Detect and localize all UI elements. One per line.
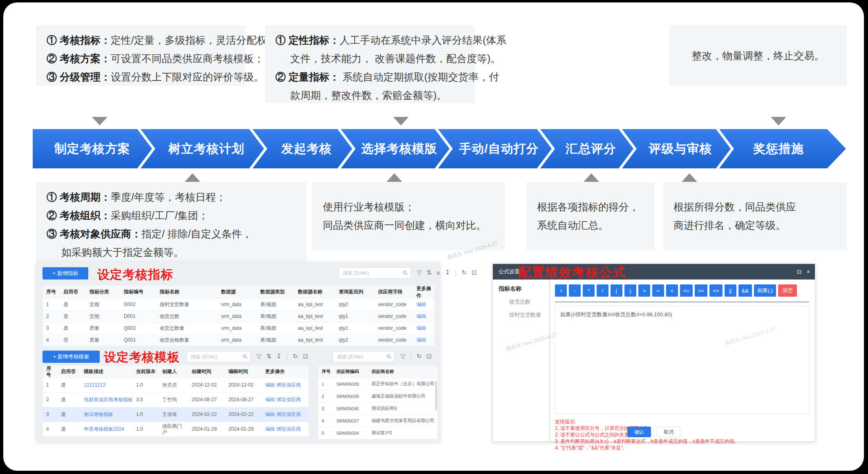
search-input[interactable]: [333, 351, 395, 362]
table-row: 2是交期D001收货总数srm_data表/视图aa_kpi_testqty1v…: [43, 311, 434, 322]
clear-button[interactable]: 清空: [778, 284, 797, 297]
refresh-icon[interactable]: ↻: [461, 269, 467, 276]
table-link[interactable]: 年度考核模板2024: [81, 422, 133, 436]
flow-step-label: 奖惩措施: [753, 141, 812, 157]
table-row: 1是交期D002按时交货数量srm_data表/视图aa_kpi_testqty…: [43, 299, 434, 311]
fullscreen-icon[interactable]: ⊡: [797, 268, 802, 275]
table-cell: qty2: [336, 334, 375, 346]
indicator-screenshot-panel: + 新增指标 设定考核指标 ▽⇅≡↧|↻⊡ 序号启用否指标分类指标编号指标名称数…: [36, 262, 441, 442]
scrollbar[interactable]: [435, 381, 437, 410]
fullscreen-icon[interactable]: ⊡: [472, 269, 477, 276]
table-cell: Q001: [121, 334, 157, 346]
hint-line: 友情提示:: [555, 418, 808, 425]
table-cell: 否: [60, 334, 86, 346]
column-header: 创建人: [159, 366, 188, 378]
formula-input[interactable]: 如果(#按时交货数量#/#收货总数#>0.96,100,80): [555, 306, 809, 414]
divider: |: [410, 353, 412, 360]
divider: |: [455, 269, 456, 276]
operator-button[interactable]: *: [583, 284, 595, 297]
table-cell: 1.0: [133, 378, 159, 392]
table-row: 3是质量Q002收货总数量srm_data表/视图aa_kpi_testqty1…: [43, 322, 434, 334]
table-link[interactable]: 包材类供应商考核模板: [81, 393, 133, 407]
table-link[interactable]: 测试考核模板: [81, 407, 133, 422]
search-input[interactable]: [338, 267, 411, 279]
cancel-button[interactable]: 取消: [657, 427, 680, 437]
section-title-templates: 设定考核模板: [104, 349, 180, 366]
table-link[interactable]: 编辑: [413, 334, 434, 346]
table-link[interactable]: 编辑 绑定供应商: [262, 422, 309, 436]
add-indicator-button[interactable]: + 新增指标: [43, 267, 88, 279]
operator-button[interactable]: -: [569, 284, 581, 297]
refresh-icon[interactable]: ↻: [416, 353, 422, 360]
table-link[interactable]: 编辑 绑定供应商: [262, 378, 309, 392]
table-link[interactable]: 编辑: [413, 299, 434, 310]
operator-button[interactable]: +: [555, 284, 567, 297]
info-label: ② 考核方案：: [47, 53, 111, 64]
sort-icon[interactable]: ⇅: [427, 269, 432, 276]
hint-block: 友情提示:1. 请不要使用百分号，计算百分比请用小数。2. 请不要让公式与公式之…: [555, 418, 808, 451]
operator-button[interactable]: (: [611, 284, 622, 297]
operator-button[interactable]: &&: [738, 284, 752, 297]
operator-button[interactable]: ): [624, 284, 636, 297]
filter-icon[interactable]: ▽: [417, 269, 422, 276]
confirm-button[interactable]: 确认: [627, 427, 651, 437]
table-link[interactable]: 编辑 绑定供应商: [262, 407, 309, 422]
table-link[interactable]: 12121212: [81, 378, 133, 392]
table-cell: 是: [58, 407, 81, 422]
search-input[interactable]: [186, 351, 251, 362]
filter-icon[interactable]: ▽: [400, 353, 405, 360]
hint-line: 1. 请不要使用百分号，计算百分比请用小数。: [555, 425, 808, 432]
table-cell: 2024-08-27: [225, 393, 262, 407]
info-box-penalty: 整改，物量调整，终止交易。: [669, 25, 847, 86]
column-header: 更多操作: [413, 286, 434, 298]
table-cell: 3.0: [133, 393, 159, 407]
table-cell: srm_data: [218, 334, 257, 346]
operator-button[interactable]: <=: [680, 284, 693, 297]
table-link[interactable]: 编辑: [413, 322, 434, 334]
info-label: ③ 分级管理：: [47, 71, 111, 83]
flow-step: 汇总评分: [540, 129, 633, 168]
operator-button[interactable]: >: [638, 284, 650, 297]
column-header: 指标编号: [121, 286, 157, 298]
info-text: 季度/年度等，考核日程；: [111, 191, 226, 203]
operator-button[interactable]: /: [597, 284, 608, 297]
column-header: 编辑时间: [225, 366, 262, 378]
operator-button[interactable]: >=: [695, 284, 707, 297]
list-icon[interactable]: ≡: [436, 269, 440, 276]
info-text: 款周期，整改件数，索赔金额等)。: [290, 89, 447, 101]
info-text: 如采购额大于指定金额等。: [61, 246, 184, 258]
search-icon: [403, 271, 407, 274]
info-box-template: 使用行业考核模版； 同品类供应商一同创建，横向对比。: [312, 182, 505, 250]
table-cell: vendor_code: [375, 334, 413, 346]
operator-button[interactable]: =: [652, 284, 664, 297]
metric-item[interactable]: 按时交货数量: [509, 311, 549, 319]
info-label: ① 考核指标：: [47, 34, 111, 46]
close-icon[interactable]: ×: [807, 268, 810, 275]
search-icon: [387, 354, 390, 358]
download-icon[interactable]: ↧: [445, 269, 450, 276]
table-cell: srm_data: [218, 322, 257, 334]
table-cell: srm_data: [218, 311, 257, 322]
operator-button[interactable]: 如果(,): [754, 284, 776, 297]
add-template-button[interactable]: + 新增考核模板: [43, 351, 100, 363]
download-icon[interactable]: ↧: [276, 353, 282, 360]
table-cell: 表/视图: [257, 311, 295, 322]
fullscreen-icon[interactable]: ⊡: [303, 353, 308, 360]
refresh-icon[interactable]: ↻: [293, 353, 298, 360]
operator-button[interactable]: <: [666, 284, 678, 297]
up-arrow-icon: [682, 173, 697, 182]
supplier-table: 序号供应商编码供应商名称1SRM00039易正开拓软件（北京）有限公司2SRM0…: [318, 365, 438, 440]
info-text: 根据各项指标的得分，: [537, 201, 639, 212]
table-link[interactable]: 编辑: [413, 311, 434, 322]
table-link[interactable]: 编辑 绑定供应商: [262, 393, 309, 407]
up-arrow-icon: [584, 173, 599, 182]
table-row: 2SRM00038威海正德辰远软件有限公司: [318, 390, 438, 402]
metric-item[interactable]: 收货总数: [509, 298, 549, 306]
fullscreen-icon[interactable]: ⊡: [427, 353, 432, 360]
table-cell: 张贞贞: [159, 378, 188, 392]
filter-icon[interactable]: ▽: [257, 353, 262, 360]
operator-button[interactable]: <>: [709, 284, 722, 297]
operator-button[interactable]: ||: [725, 284, 736, 297]
sort-icon[interactable]: ⇅: [266, 353, 272, 360]
metric-sidebar-title: 指标名称: [499, 285, 549, 293]
